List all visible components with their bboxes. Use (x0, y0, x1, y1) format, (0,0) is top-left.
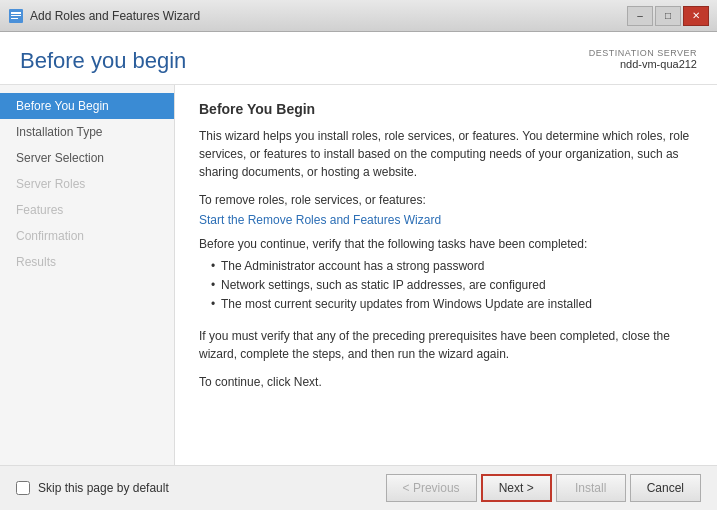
maximize-button[interactable]: □ (655, 6, 681, 26)
install-button[interactable]: Install (556, 474, 626, 502)
sidebar-item-results: Results (0, 249, 174, 275)
bottom-bar: Skip this page by default < Previous Nex… (0, 465, 717, 510)
sidebar: Before You Begin Installation Type Serve… (0, 85, 175, 465)
svg-rect-2 (11, 15, 21, 16)
svg-rect-1 (11, 12, 21, 14)
server-name: ndd-vm-qua212 (589, 58, 697, 70)
remove-link[interactable]: Start the Remove Roles and Features Wiza… (199, 213, 441, 227)
sidebar-item-server-roles: Server Roles (0, 171, 174, 197)
sidebar-item-before-you-begin[interactable]: Before You Begin (0, 93, 174, 119)
skip-checkbox[interactable] (16, 481, 30, 495)
title-bar-title: Add Roles and Features Wizard (30, 9, 200, 23)
button-area: < Previous Next > Install Cancel (386, 474, 701, 502)
previous-button[interactable]: < Previous (386, 474, 477, 502)
destination-label: DESTINATION SERVER (589, 48, 697, 58)
prerequisite-text: If you must verify that any of the prece… (199, 327, 693, 363)
sidebar-item-confirmation: Confirmation (0, 223, 174, 249)
header-area: Before you begin DESTINATION SERVER ndd-… (0, 32, 717, 85)
description-text: This wizard helps you install roles, rol… (199, 127, 693, 181)
content-area: Before You Begin Installation Type Serve… (0, 85, 717, 465)
section-title: Before You Begin (199, 101, 693, 117)
page-title-large: Before you begin (20, 48, 186, 74)
next-button[interactable]: Next > (481, 474, 552, 502)
sidebar-item-server-selection[interactable]: Server Selection (0, 145, 174, 171)
bullet-item-2: Network settings, such as static IP addr… (211, 276, 693, 295)
cancel-button[interactable]: Cancel (630, 474, 701, 502)
verify-heading: Before you continue, verify that the fol… (199, 237, 693, 251)
minimize-button[interactable]: – (627, 6, 653, 26)
bullet-list: The Administrator account has a strong p… (211, 257, 693, 315)
bullet-item-1: The Administrator account has a strong p… (211, 257, 693, 276)
title-bar-left: Add Roles and Features Wizard (8, 8, 200, 24)
window-body: Before you begin DESTINATION SERVER ndd-… (0, 32, 717, 510)
title-bar: Add Roles and Features Wizard – □ ✕ (0, 0, 717, 32)
destination-server-info: DESTINATION SERVER ndd-vm-qua212 (589, 48, 697, 70)
main-content: Before You Begin This wizard helps you i… (175, 85, 717, 465)
close-button[interactable]: ✕ (683, 6, 709, 26)
bullet-item-3: The most current security updates from W… (211, 295, 693, 314)
title-bar-buttons[interactable]: – □ ✕ (627, 6, 709, 26)
checkbox-area: Skip this page by default (16, 481, 169, 495)
svg-rect-3 (11, 18, 18, 19)
remove-heading: To remove roles, role services, or featu… (199, 193, 693, 207)
skip-checkbox-label[interactable]: Skip this page by default (38, 481, 169, 495)
continue-text: To continue, click Next. (199, 375, 693, 389)
sidebar-item-features: Features (0, 197, 174, 223)
sidebar-item-installation-type[interactable]: Installation Type (0, 119, 174, 145)
wizard-icon (8, 8, 24, 24)
